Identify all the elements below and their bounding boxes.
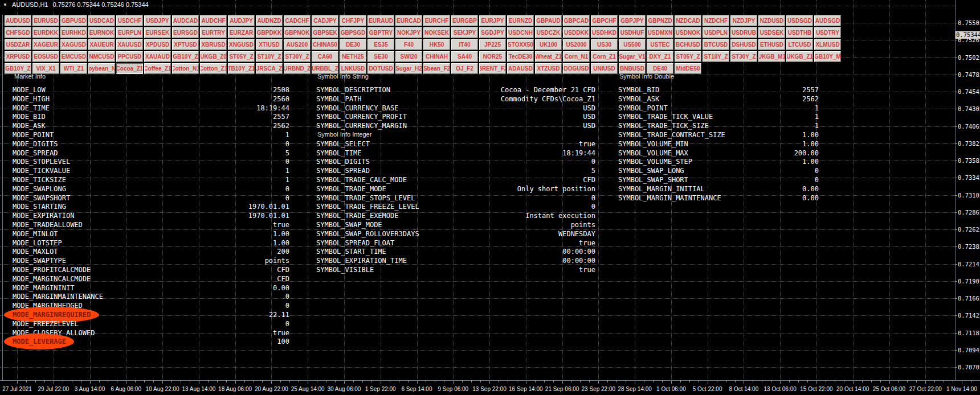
symbol-button-chfsgd[interactable]: CHFSGD [5,27,31,38]
symbol-button-urbbl_z[interactable]: URBBL_Z [312,63,338,74]
symbol-button-audcad[interactable]: AUDCAD [172,15,199,26]
symbol-button-vix_x1[interactable]: VIX_X1 [32,63,59,74]
symbol-button-usdsek[interactable]: USDSEK [758,27,785,38]
symbol-button-usdjpy[interactable]: USDJPY [144,15,171,26]
symbol-button-euraud[interactable]: EURAUD [368,15,394,26]
symbol-button-usdhuf[interactable]: USDHUF [619,27,646,38]
symbol-button-se30[interactable]: SE30 [368,51,394,62]
symbol-button-gbptry[interactable]: GBPTRY [368,27,394,38]
symbol-button-xrpusd[interactable]: XRPUSD [5,51,31,62]
symbol-button-st10y_z[interactable]: ST10Y_Z [703,51,729,62]
symbol-button-noksek[interactable]: NOKSEK [423,27,450,38]
symbol-button-gbpusd[interactable]: GBPUSD [60,15,87,26]
symbol-button-ltcusd[interactable]: LTCUSD [786,39,813,50]
symbol-button-chinah[interactable]: CHINAH [423,51,450,62]
symbol-button-us30[interactable]: US30 [591,39,618,50]
symbol-button-eursgd[interactable]: EURSGD [172,27,199,38]
symbol-button-eurdkk[interactable]: EURDKK [32,27,59,38]
symbol-button-f40[interactable]: F40 [395,39,422,50]
symbol-button-uniusd[interactable]: UNIUSD [591,63,618,74]
symbol-button-eurhkd[interactable]: EURHKD [60,27,87,38]
symbol-button-es35[interactable]: ES35 [368,39,394,50]
symbol-button-xbrusd[interactable]: XBRUSD [200,39,227,50]
symbol-button-sa40[interactable]: SA40 [451,51,478,62]
symbol-button-wheat_z1[interactable]: Wheat_Z1 [535,51,562,62]
symbol-button-usdrub[interactable]: USDRUB [730,27,757,38]
symbol-button-midde50[interactable]: MidDE50 [675,63,701,74]
symbol-button-gbpsek[interactable]: GBPSEK [312,27,338,38]
symbol-button-it40[interactable]: IT40 [451,39,478,50]
symbol-button-wti_z1[interactable]: WTI_Z1 [60,63,87,74]
symbol-button-xlmusd[interactable]: XLMUSD [814,39,841,50]
symbol-button-xtzusd[interactable]: XTZUSD [535,63,562,74]
symbol-button-usddkk[interactable]: USDDKK [563,27,590,38]
symbol-button-usdmxn[interactable]: USDMXN [647,27,673,38]
symbol-button-sgdjpy[interactable]: SGDJPY [479,27,506,38]
symbol-button-dxy_z1[interactable]: DXY_Z1 [647,51,673,62]
symbol-button-stoxx50[interactable]: STOXX50 [507,39,534,50]
symbol-button-nzdcad[interactable]: NZDCAD [675,15,701,26]
symbol-button-sbean_f2[interactable]: Sbean_F2 [423,63,450,74]
symbol-button-xtiusd[interactable]: XTIUSD [256,39,283,50]
symbol-button-oj_f2[interactable]: OJ_F2 [451,63,478,74]
symbol-button-nzdusd[interactable]: NZDUSD [758,15,785,26]
symbol-button-usdzar[interactable]: USDZAR [5,39,31,50]
symbol-button-xauusd[interactable]: XAUUSD [116,39,143,50]
symbol-button-st05y_z[interactable]: ST05Y_Z [228,51,255,62]
symbol-button-ppcusd[interactable]: PPCUSD [116,51,143,62]
symbol-button-nokjpy[interactable]: NOKJPY [395,27,422,38]
symbol-button-nor25[interactable]: NOR25 [479,51,506,62]
symbol-button-tb10y_z1[interactable]: TB10Y_Z1 [228,63,255,74]
symbol-button-de30[interactable]: DE30 [340,39,366,50]
symbol-button-gb10y_z[interactable]: GB10Y_Z [172,51,199,62]
symbol-button-usdnok[interactable]: USDNOK [675,27,701,38]
symbol-button-jrsca_z[interactable]: JRSCA_Z [256,63,283,74]
symbol-button-usdchf[interactable]: USDCHF [116,15,143,26]
symbol-button-eosusd[interactable]: EOSUSD [32,51,59,62]
symbol-button-eurgbp[interactable]: EURGBP [451,15,478,26]
symbol-button-de40[interactable]: DE40 [647,63,673,74]
symbol-button-audnzd[interactable]: AUDNZD [256,15,283,26]
symbol-button-usdthb[interactable]: USDTHB [786,27,813,38]
symbol-button-cotton_z1[interactable]: Cotton_Z1 [200,63,227,74]
symbol-button-gbpchf[interactable]: GBPCHF [591,15,618,26]
symbol-button-xagusd[interactable]: XAGUSD [60,39,87,50]
symbol-button-xageur[interactable]: XAGEUR [32,39,59,50]
symbol-button-cotton_n1[interactable]: Cotton_N1 [172,63,199,74]
symbol-button-usdczk[interactable]: USDCZK [535,27,562,38]
symbol-button-jp225[interactable]: JP225 [479,39,506,50]
symbol-button-gb10y_z[interactable]: GB10Y_Z [5,63,31,74]
symbol-button-usdcnh[interactable]: USDCNH [507,27,534,38]
symbol-button-gbpnok[interactable]: GBPNOK [284,27,311,38]
symbol-button-brent_f2[interactable]: BRENT_F2 [479,63,506,74]
symbol-button-xauaud[interactable]: XAUAUD [144,51,171,62]
symbol-button-coffee_z1[interactable]: Coffee_Z1 [144,63,171,74]
symbol-button-eurpln[interactable]: EURPLN [116,27,143,38]
symbol-button-st10y_z[interactable]: ST10Y_Z [256,51,283,62]
symbol-button-xaueur[interactable]: XAUEUR [88,39,115,50]
symbol-button-emcusd[interactable]: EMCUSD [60,51,87,62]
symbol-button-gbpnzd[interactable]: GBPNZD [647,15,673,26]
symbol-button-ethusd[interactable]: ETHUSD [758,39,785,50]
symbol-button-china50[interactable]: CHINA50 [312,39,338,50]
symbol-button-gbpcad[interactable]: GBPCAD [563,15,590,26]
symbol-button-audusd[interactable]: AUDUSD [5,15,31,26]
symbol-button-audsgd[interactable]: AUDSGD [814,15,841,26]
symbol-button-eurjpy[interactable]: EURJPY [479,15,506,26]
symbol-button-ukgb_z1[interactable]: UKGB_Z1 [786,51,813,62]
symbol-button-st05y_z[interactable]: ST05Y_Z [675,51,701,62]
symbol-button-eursek[interactable]: EURSEK [144,27,171,38]
symbol-button-chfjpy[interactable]: CHFJPY [340,15,366,26]
symbol-button-adausd[interactable]: ADAUSD [507,63,534,74]
symbol-button-st30y_z[interactable]: ST30Y_Z [730,51,757,62]
symbol-button-gbpdkk[interactable]: GBPDKK [256,27,283,38]
symbol-button-sugar_h2[interactable]: Sugar_H2 [395,63,422,74]
symbol-button-ukgb_z0[interactable]: UKGB_Z0 [200,51,227,62]
symbol-button-usdcad[interactable]: USDCAD [88,15,115,26]
symbol-button-uk100[interactable]: UK100 [535,39,562,50]
symbol-button-hk50[interactable]: HK50 [423,39,450,50]
symbol-button-urbnd_z[interactable]: URBND_Z [284,63,311,74]
symbol-button-gbpjpy[interactable]: GBPJPY [619,15,646,26]
symbol-button-swi20[interactable]: SWI20 [395,51,422,62]
symbol-button-aus200[interactable]: AUS200 [284,39,311,50]
